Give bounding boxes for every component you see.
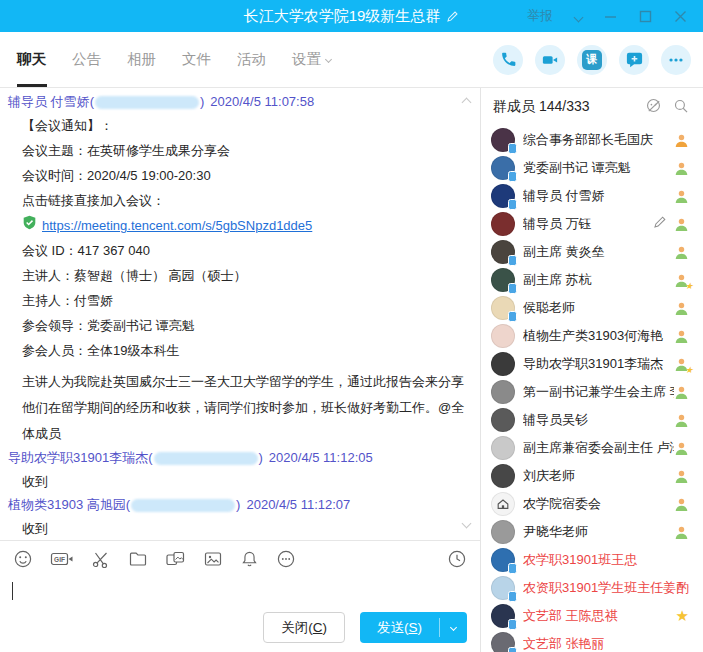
pencil-icon [653,215,667,233]
message-history-icon[interactable] [447,549,467,569]
report-button[interactable]: 举报 [527,7,553,25]
member-row[interactable]: 副主席 黄炎垒 [481,238,702,266]
member-row-icons: ★ [676,607,689,625]
message-line: 收到 [22,516,466,540]
image-icon[interactable] [203,549,223,569]
nudge-bell-icon[interactable] [240,549,259,569]
message-body: 收到 [8,469,466,494]
member-row[interactable]: 辅导员吴钐 [481,406,702,434]
member-row-icons [674,301,689,316]
member-role-person-icon [674,189,689,204]
tab-设置[interactable]: 设置 [283,32,340,87]
member-name: 农学职31901班王忠 [523,551,689,569]
member-name: 辅导员 付雪娇 [523,187,674,205]
send-button[interactable]: 发送(S) [360,612,467,643]
tab-相册[interactable]: 相册 [118,32,165,87]
member-role-person-icon: ★ [674,357,689,372]
active-tab-underline [17,84,47,87]
member-row[interactable]: 副主席兼宿委会副主任 卢泽 [481,434,702,462]
member-row[interactable]: 刘庆老师 [481,462,702,490]
member-list: 综合事务部部长毛国庆党委副书记 谭亮魁辅导员 付雪娇辅导员 万钰副主席 黄炎垒副… [481,126,702,652]
member-row[interactable]: 综合事务部部长毛国庆 [481,126,702,154]
paren-close: ) [259,447,263,469]
anonymous-chat-icon[interactable] [645,97,662,117]
message-header: 导助农学职31901李瑞杰()2020/4/5 11:12:05 [8,447,466,469]
screenshot-scissors-icon[interactable] [91,549,111,569]
avatar [491,268,515,292]
tab-聊天[interactable]: 聊天 [8,32,55,87]
member-row-icons [674,161,689,176]
sender-name[interactable]: 导助农学职31901李瑞杰 [8,447,148,469]
minimize-button[interactable] [604,10,617,23]
message-time: 2020/4/5 11:12:05 [269,447,373,469]
member-row[interactable]: 副主席 苏杭★ [481,266,702,294]
member-row[interactable]: 党委副书记 谭亮魁 [481,154,702,182]
member-count: 群成员 144/333 [493,98,590,116]
member-row[interactable]: 文艺部 张艳丽 [481,630,702,652]
member-name: 文艺部 张艳丽 [523,635,689,652]
member-row-icons [674,413,689,428]
meeting-link[interactable]: https://meeting.tencent.com/s/5gbSNpzd1d… [42,213,312,238]
avatar [491,240,515,264]
member-row[interactable]: 文艺部 王陈思祺★ [481,602,702,630]
message-input[interactable] [0,576,480,612]
class-ke-icon[interactable]: 课 [577,45,607,75]
sender-name[interactable]: 植物类31903 高旭园 [8,494,126,516]
report-chevron-down-icon[interactable] [575,7,582,25]
message: 导助农学职31901李瑞杰()2020/4/5 11:12:05收到 [8,447,466,494]
member-role-person-icon [674,161,689,176]
multi-image-icon[interactable] [165,549,186,569]
phone-call-icon[interactable] [493,45,523,75]
file-folder-icon[interactable] [128,549,148,569]
member-row-icons [674,469,689,484]
emoji-icon[interactable] [13,549,33,569]
avatar [491,464,515,488]
message-line: 参会人员：全体19级本科生 [22,338,466,363]
member-row-icons [674,497,689,512]
member-row[interactable]: 植物生产类31903何海艳 [481,322,702,350]
more-icon[interactable] [276,549,296,569]
send-options-chevron-icon[interactable] [440,612,467,643]
tab-label: 文件 [182,50,211,69]
message-header: 辅导员 付雪娇()2020/4/5 11:07:58 [8,91,466,113]
member-name: 副主席 苏杭 [523,271,674,289]
member-row[interactable]: 辅导员 付雪娇 [481,182,702,210]
tab-文件[interactable]: 文件 [173,32,220,87]
member-row[interactable]: 农学职31901班王忠 [481,546,702,574]
gif-icon[interactable]: GIF [50,549,74,569]
video-call-icon[interactable] [535,45,565,75]
member-row[interactable]: 导助农学职31901李瑞杰★ [481,350,702,378]
member-row[interactable]: 侯聪老师 [481,294,702,322]
message-body: 【会议通知】：会议主题：在英研修学生成果分享会会议时间：2020/4/5 19:… [8,113,466,447]
member-row[interactable]: 农资职31901学生班主任姜酌悦 [481,574,702,602]
member-role-person-icon: ★ [674,273,689,288]
member-role-person-icon [674,217,689,232]
mobile-online-badge-icon [508,311,517,322]
close-button[interactable]: 关闭(C) [263,612,345,643]
search-icon[interactable] [673,98,689,117]
paren-close: ) [236,494,240,516]
scroll-down-icon[interactable] [463,515,470,530]
text-cursor [12,582,13,600]
maximize-button[interactable] [639,10,652,23]
new-chat-bubble-icon[interactable] [619,45,649,75]
message-header: 植物类31903 高旭园()2020/4/5 11:12:07 [8,494,466,516]
member-role-person-icon [674,301,689,316]
mobile-online-badge-icon [508,563,517,574]
member-row[interactable]: 辅导员 万钰 [481,210,702,238]
sender-name[interactable]: 辅导员 付雪娇 [8,91,90,113]
more-actions-icon[interactable] [661,45,691,75]
tab-活动[interactable]: 活动 [228,32,275,87]
member-row[interactable]: 第一副书记兼学生会主席 李 [481,378,702,406]
member-row[interactable]: 农学院宿委会 [481,490,702,518]
paren-open: ( [126,494,130,516]
edit-title-icon[interactable] [446,10,459,23]
close-window-button[interactable] [674,10,687,23]
page-title: 长江大学农学院19级新生总群 [244,7,441,26]
tab-label: 相册 [127,50,156,69]
message-line: 点击链接直接加入会议： [22,188,466,213]
tab-公告[interactable]: 公告 [63,32,110,87]
scroll-up-icon[interactable] [463,94,470,109]
star-badge-icon: ★ [685,365,693,375]
member-row[interactable]: 尹晓华老师 [481,518,702,546]
